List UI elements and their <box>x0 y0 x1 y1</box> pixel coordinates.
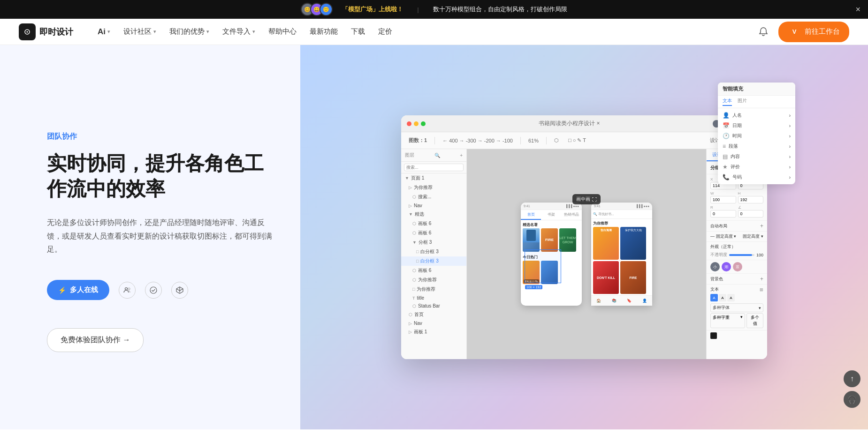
toolbar-zoom[interactable]: ← 400 → -300 → -200 → -100 <box>440 137 516 144</box>
nav-community-chevron: ▾ <box>153 29 156 35</box>
layer-page-1[interactable]: ▼ 页面 1 <box>401 173 466 183</box>
nav-file-import[interactable]: 文件导入 ▾ <box>217 24 261 39</box>
layer-homepage[interactable]: ▷ 为你推荐 <box>401 183 466 192</box>
toolbar-cursor-icon[interactable]: ⬡ <box>551 136 562 144</box>
nav-help[interactable]: 帮助中心 <box>263 24 302 39</box>
layer-board-6c-icon: ⬡ <box>412 268 416 273</box>
layer-board-6c[interactable]: ⬡ 画板 6 <box>401 266 466 275</box>
phone2-grid-1: 告白海滩 <box>593 227 619 260</box>
check-icon-badge[interactable] <box>145 282 162 299</box>
text-format-a3[interactable]: A <box>727 294 735 301</box>
svg-point-2 <box>27 31 28 32</box>
canvas-content: 9:41 ▐▐▐ ●●● 首页 书架 热销书品 <box>521 203 652 306</box>
color-chip[interactable] <box>710 332 717 339</box>
layer-sub-3a-label: 分框 3 <box>419 239 432 246</box>
nav-download[interactable]: 下载 <box>345 24 371 39</box>
text-format-row: A A A <box>710 294 763 301</box>
picture-in-picture-badge: 画中画 ⛶ <box>572 194 601 204</box>
smart-fill-phone[interactable]: 📞号码 › <box>723 172 767 182</box>
banner-close-button[interactable]: × <box>855 5 860 15</box>
text-format-a[interactable]: A <box>710 294 718 301</box>
toolbar-zoom-level[interactable]: 61% <box>525 137 541 144</box>
props-wh: W H <box>710 191 763 203</box>
layer-nav2-icon: ▷ <box>409 321 412 326</box>
text-prop-icon[interactable]: ⊞ <box>760 287 763 292</box>
nav-pricing[interactable]: 定价 <box>373 24 398 39</box>
layer-nav2[interactable]: ▷ Nav <box>401 319 466 327</box>
users-icon-badge[interactable] <box>119 282 136 299</box>
layer-search[interactable]: ⬡ 搜索... <box>401 192 466 202</box>
font-style-chevron: ▾ <box>740 315 743 327</box>
font-family-selector[interactable]: 多种字体 ▾ <box>710 303 763 312</box>
headphone-button[interactable]: 🎧 <box>844 391 860 408</box>
cta-avatar: V <box>788 25 801 38</box>
props-w: W <box>710 191 736 203</box>
phone2-grid3-text: DON'T KILL <box>595 275 617 281</box>
props-angle-input[interactable] <box>738 210 764 218</box>
smart-fill-para-label: ≡段落 <box>723 149 738 150</box>
cta-button[interactable]: V 前往工作台 <box>778 22 849 42</box>
smart-fill-rating[interactable]: ★评价 › <box>723 162 767 172</box>
toolbar-sep-3 <box>546 137 547 144</box>
banner-avatar-3: 🙂 <box>320 3 333 16</box>
layer-selected[interactable]: ▼ 精选 <box>401 210 466 219</box>
nav-advantages[interactable]: 我们的优势 ▾ <box>164 24 215 39</box>
layers-search-icon[interactable]: 🔍 <box>434 153 440 158</box>
phone-mockup-1: 9:41 ▐▐▐ ●●● 首页 书架 热销书品 <box>521 203 582 306</box>
fixed-height-right-label: 固定高度 ▾ <box>743 233 763 240</box>
layers-search-input[interactable] <box>404 164 464 171</box>
nav-new-features[interactable]: 最新功能 <box>304 24 343 39</box>
layer-recommend-b[interactable]: □ 为你推荐 <box>401 285 466 294</box>
layer-rec-b-label: 为你推荐 <box>417 286 435 293</box>
opacity-slider[interactable] <box>729 254 754 256</box>
layer-recommend-a[interactable]: ⬡ 为你推荐 <box>401 275 466 285</box>
background-add[interactable]: + <box>760 276 763 282</box>
phone1-book2-text: FIRE <box>545 238 554 242</box>
layer-sub-3b[interactable]: □ 白分框 3 <box>401 247 466 256</box>
layer-sub-3c-label: 白分框 3 <box>420 258 438 264</box>
layer-sub-3c-active[interactable]: □ 白分框 3 <box>401 256 466 266</box>
expand-icon: ⛶ <box>592 197 597 202</box>
font-style-selector[interactable]: 多种字重 ▾ <box>710 313 745 328</box>
layer-home2[interactable]: ⬡ 首页 <box>401 310 466 319</box>
layer-nav[interactable]: ▷ Nav <box>401 202 466 210</box>
layer-nav-label: Nav <box>414 203 422 208</box>
logo-area[interactable]: 即时设计 <box>19 23 73 40</box>
props-auto-layout: 自动布局 + <box>707 220 767 232</box>
layer-sub-3a[interactable]: ▼ 分框 3 <box>401 238 466 247</box>
text-format-a2[interactable]: A <box>719 294 726 301</box>
layer-board-6a[interactable]: ⬡ 画板 6 <box>401 219 466 228</box>
canvas-area[interactable]: 9:41 ▐▐▐ ●●● 首页 书架 热销书品 <box>467 149 706 359</box>
layer-title[interactable]: T title <box>401 294 466 302</box>
phone2-content: 为你推荐 告白海滩 保护我方大炮 <box>591 219 652 306</box>
phone1-nav: 首页 书架 热销书品 <box>521 210 582 220</box>
phone2-search-icon: 🔍 <box>593 212 597 216</box>
smart-fill-content-row[interactable]: ▤内容 › <box>723 151 767 162</box>
box-icon-badge[interactable] <box>171 282 188 299</box>
auto-layout-add[interactable]: + <box>760 223 763 229</box>
phone2-action2: 📚 <box>612 299 617 303</box>
phone2-action3: 🔖 <box>627 299 632 303</box>
props-collaborators: 小 潮 茶 <box>707 260 767 274</box>
layers-search <box>401 162 466 173</box>
font-size-row: 多种字重 ▾ 多个值 <box>710 313 763 328</box>
layer-statusbar[interactable]: ⬡ Status Bar <box>401 302 466 310</box>
layer-board-6b[interactable]: ⬡ 画板 6 <box>401 228 466 238</box>
nav-ai[interactable]: Ai ▾ <box>92 24 116 39</box>
props-r-input[interactable] <box>710 210 736 218</box>
scroll-up-button[interactable]: ↑ <box>844 370 860 387</box>
toolbar-tools[interactable]: □ ○ ✎ T <box>565 136 589 144</box>
layers-add-icon[interactable]: + <box>460 153 463 158</box>
font-size-input[interactable]: 多个值 <box>746 313 763 328</box>
multi-user-online-button[interactable]: ⚡ 多人在线 <box>47 280 109 300</box>
smart-fill-content-label: ▤内容 <box>723 153 740 160</box>
props-background: 背景色 + <box>707 274 767 285</box>
toolbar-pages[interactable]: 图数：1 <box>406 136 430 145</box>
props-w-input[interactable] <box>710 196 736 203</box>
hero-cta-button[interactable]: 免费体验团队协作 → <box>47 328 144 352</box>
nav-design-community[interactable]: 设计社区 ▾ <box>118 24 162 39</box>
layer-board1[interactable]: ▷ 画板 1 <box>401 327 466 337</box>
bell-icon[interactable] <box>756 24 771 39</box>
lightning-icon: ⚡ <box>58 286 66 294</box>
props-h-input[interactable] <box>738 196 764 203</box>
